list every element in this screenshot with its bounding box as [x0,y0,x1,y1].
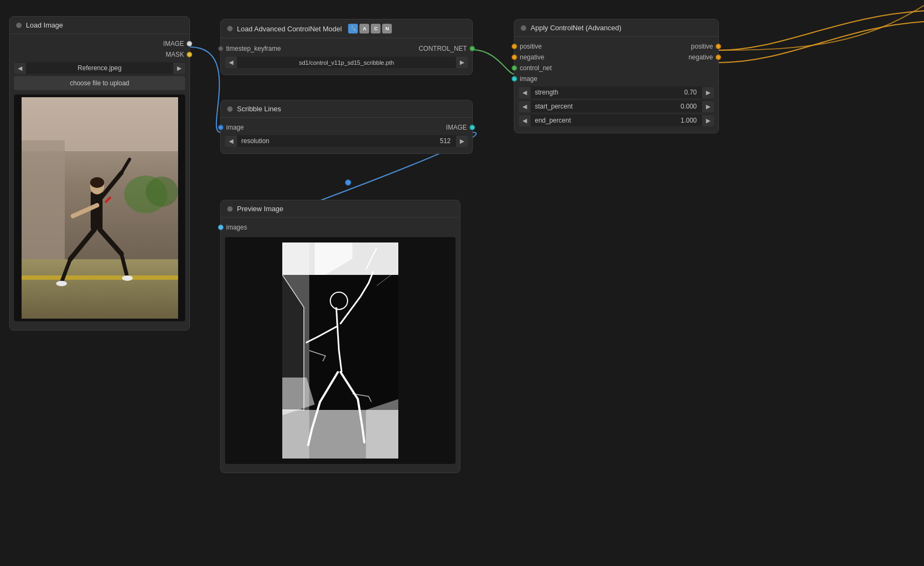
positive-row: positive positive [514,41,718,52]
svg-point-7 [146,177,178,207]
control-net-prev-btn[interactable]: ◀ [225,57,237,68]
image-output-label: IMAGE [163,40,184,48]
scribble-status-dot [227,106,233,112]
scribble-image-label: image [226,124,244,131]
svg-point-18 [56,281,67,286]
image-next-btn[interactable]: ▶ [173,63,185,74]
negative-output-label: negative [689,53,713,61]
scribble-lines-node: Scribble Lines image IMAGE ◀ resolution … [220,100,473,154]
image-output-row: IMAGE [10,38,189,49]
image-thumbnail [14,95,185,321]
scribble-preview-svg [282,242,398,459]
scribble-image-row: image IMAGE [221,122,472,133]
control-net-name-value: sd1/control_v11p_sd15_scribble.pth [237,57,456,68]
control-net-output-label: CONTROL_NET [419,45,467,52]
control-net-input-row: control_net [514,63,718,73]
svg-rect-4 [22,259,178,319]
badge-icon-n: N [382,24,392,33]
scribble-image-input-port[interactable] [218,125,223,130]
strength-control[interactable]: ◀ strength 0.70 ▶ [519,86,714,98]
resolution-label: resolution [237,135,345,147]
apply-controlnet-header: Apply ControlNet (Advanced) [514,19,718,37]
resolution-control[interactable]: ◀ resolution 512 ▶ [225,135,468,147]
image-input-port[interactable] [512,76,517,82]
load-controlnet-title: Load Advanced ControlNet Model [237,25,342,33]
negative-row: negative negative [514,52,718,63]
mask-output-row: MASK [10,49,189,60]
control-net-input-port[interactable] [512,65,517,71]
image-input-label: image [520,75,538,83]
load-controlnet-body: timestep_keyframe CONTROL_NET ◀ sd1/cont… [221,38,472,75]
scribble-body: image IMAGE ◀ resolution 512 ▶ [221,118,472,153]
apply-status-dot [521,25,526,31]
image-selector[interactable]: ◀ Reference.jpeg ▶ [14,62,185,74]
end-percent-label: end_percent [531,114,615,126]
badge-icon-1: 🔧 [348,24,358,33]
load-controlnet-header: Load Advanced ControlNet Model 🔧 A C N [221,19,472,38]
svg-point-10 [90,177,104,188]
resolution-prev-btn[interactable]: ◀ [225,136,237,147]
image-selector-value: Reference.jpeg [26,62,173,74]
strength-label: strength [531,86,615,98]
image-prev-btn[interactable]: ◀ [14,63,26,74]
negative-input-label: negative [520,53,544,61]
load-image-node: Load Image IMAGE MASK ◀ Reference.jpeg ▶… [9,16,190,331]
strength-value: 0.70 [615,86,702,98]
positive-input-label: positive [520,43,542,50]
timestep-input-port[interactable] [218,46,223,51]
upload-button[interactable]: choose file to upload [14,76,185,90]
end-percent-prev-btn[interactable]: ◀ [519,115,531,126]
control-net-name-selector[interactable]: ◀ sd1/control_v11p_sd15_scribble.pth ▶ [225,57,468,68]
positive-output-label: positive [691,43,713,50]
svg-rect-5 [22,275,178,280]
node-status-dot [16,23,22,28]
preview-image-node: Preview Image images [220,200,460,473]
image-output-port[interactable] [187,41,192,46]
control-net-next-btn[interactable]: ▶ [456,57,468,68]
apply-controlnet-body: positive positive negative negative cont… [514,37,718,133]
start-percent-control[interactable]: ◀ start_percent 0.000 ▶ [519,100,714,112]
preview-images-port[interactable] [218,225,223,230]
resolution-next-btn[interactable]: ▶ [456,136,468,147]
mask-output-label: MASK [166,51,184,58]
strength-prev-btn[interactable]: ◀ [519,87,531,98]
reference-image-svg [22,97,178,319]
preview-title: Preview Image [237,205,283,213]
start-percent-value: 0.000 [615,100,702,112]
resolution-value: 512 [345,135,456,147]
control-net-output-port[interactable] [470,46,475,51]
negative-input-port[interactable] [512,55,517,60]
load-image-header: Load Image [10,17,189,34]
scribble-header: Scribble Lines [221,100,472,118]
load-image-title: Load Image [26,21,63,29]
load-controlnet-node: Load Advanced ControlNet Model 🔧 A C N t… [220,19,473,75]
controlnet-status-dot [227,26,233,31]
image-input-row: image [514,73,718,84]
scribble-title: Scribble Lines [237,105,281,113]
end-percent-control[interactable]: ◀ end_percent 1.000 ▶ [519,114,714,126]
badge-icon-a: A [359,24,369,33]
start-percent-label: start_percent [531,100,615,112]
start-percent-prev-btn[interactable]: ◀ [519,101,531,112]
preview-status-dot [227,206,233,212]
scribble-image-output-label: IMAGE [446,124,467,131]
apply-controlnet-node: Apply ControlNet (Advanced) positive pos… [514,19,719,133]
mask-output-port[interactable] [187,52,192,57]
preview-header: Preview Image [221,200,460,218]
svg-point-19 [122,275,133,281]
strength-next-btn[interactable]: ▶ [702,87,714,98]
positive-input-port[interactable] [512,44,517,49]
preview-body: images [221,218,460,473]
apply-controlnet-title: Apply ControlNet (Advanced) [531,24,621,32]
preview-images-row: images [221,222,460,233]
positive-output-port[interactable] [716,44,721,49]
badge-icon-c: C [371,24,381,33]
timestep-label: timestep_keyframe [226,45,281,52]
control-net-input-label: control_net [520,64,552,72]
negative-output-port[interactable] [716,55,721,60]
end-percent-value: 1.000 [615,114,702,126]
timestep-row: timestep_keyframe CONTROL_NET [221,43,472,55]
scribble-image-output-port[interactable] [470,125,475,130]
end-percent-next-btn[interactable]: ▶ [702,115,714,126]
start-percent-next-btn[interactable]: ▶ [702,101,714,112]
